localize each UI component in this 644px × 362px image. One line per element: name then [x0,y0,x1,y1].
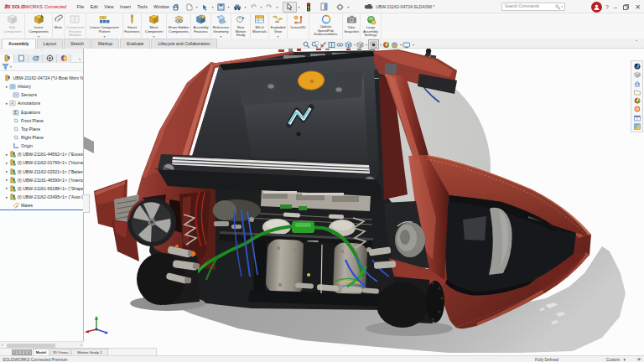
svg-text:A: A [11,101,13,106]
svg-text:Σ: Σ [14,111,17,115]
